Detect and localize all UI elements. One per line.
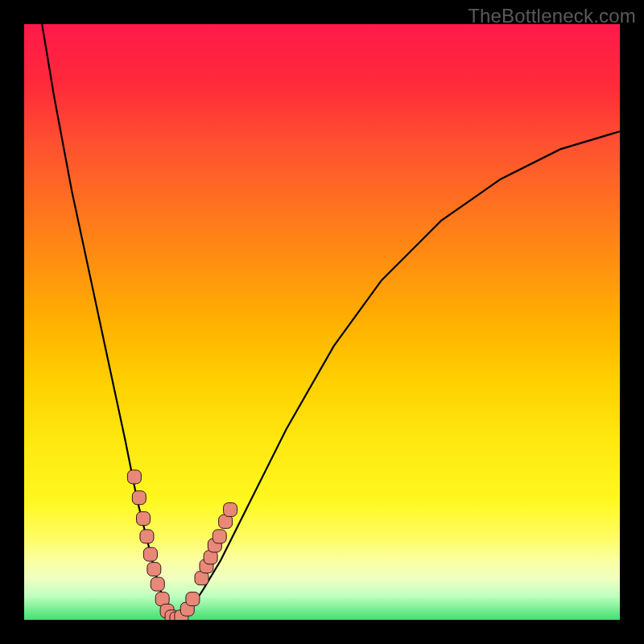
data-marker — [151, 577, 164, 591]
data-marker — [186, 592, 200, 606]
data-marker — [213, 530, 226, 543]
data-marker — [137, 512, 151, 526]
data-marker — [147, 563, 161, 576]
data-marker — [140, 530, 154, 543]
watermark-text: TheBottleneck.com — [468, 5, 636, 27]
chart-container: TheBottleneck.com — [0, 0, 644, 644]
marker-layer — [24, 24, 620, 620]
plot-area — [24, 24, 620, 620]
data-marker — [224, 503, 237, 517]
data-marker — [132, 491, 146, 505]
data-marker — [143, 547, 157, 561]
data-marker — [127, 470, 141, 484]
